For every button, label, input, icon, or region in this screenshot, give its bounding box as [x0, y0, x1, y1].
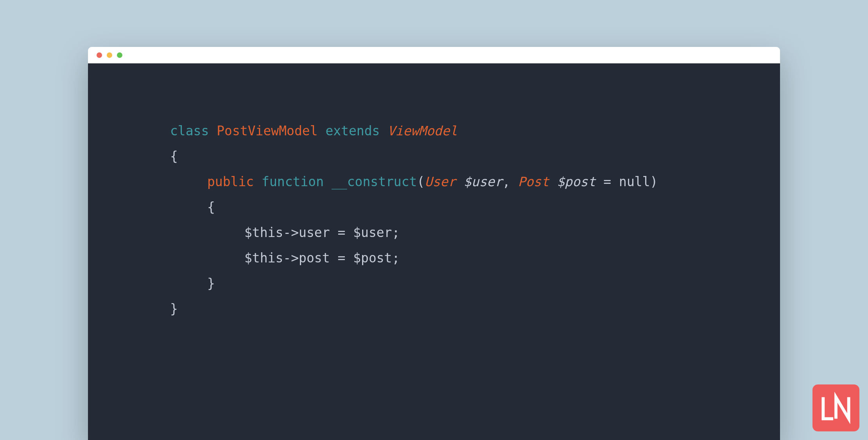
modifier-public: public — [207, 174, 254, 189]
code-line: } — [170, 296, 780, 321]
null-value: null — [619, 174, 650, 189]
paren-close: ) — [650, 174, 658, 189]
code-editor[interactable]: class PostViewModel extends ViewModel { … — [88, 63, 780, 440]
brace-close: } — [170, 301, 178, 316]
minimize-icon[interactable] — [107, 52, 112, 58]
brace-open: { — [170, 149, 178, 164]
parent-class: ViewModel — [387, 123, 457, 138]
window-titlebar — [88, 47, 780, 63]
var-user: $user — [464, 174, 502, 189]
type-user: User — [425, 174, 456, 189]
type-post: Post — [518, 174, 549, 189]
statement: $this->user = $user; — [244, 225, 400, 240]
code-line: $this->user = $user; — [170, 220, 780, 245]
keyword-function: function — [262, 174, 324, 189]
comma: , — [502, 174, 510, 189]
logo-badge — [812, 384, 859, 431]
code-line: public function __construct(User $user, … — [170, 169, 780, 194]
code-line: $this->post = $post; — [170, 245, 780, 271]
close-icon[interactable] — [97, 52, 102, 58]
code-line: } — [170, 271, 780, 296]
keyword-extends: extends — [325, 123, 380, 138]
brace-close: } — [207, 276, 215, 291]
code-line: { — [170, 194, 780, 220]
code-line: class PostViewModel extends ViewModel — [170, 118, 780, 144]
editor-window: class PostViewModel extends ViewModel { … — [88, 47, 780, 440]
ln-logo-icon — [819, 391, 853, 425]
keyword-class: class — [170, 123, 209, 138]
paren-open: ( — [417, 174, 425, 189]
class-name: PostViewModel — [217, 123, 317, 138]
maximize-icon[interactable] — [117, 52, 122, 58]
statement: $this->post = $post; — [244, 250, 400, 266]
function-name: __construct — [332, 174, 417, 189]
equals: = — [596, 174, 619, 189]
code-line: { — [170, 144, 780, 169]
var-post: $post — [557, 174, 595, 189]
brace-open: { — [207, 199, 215, 215]
